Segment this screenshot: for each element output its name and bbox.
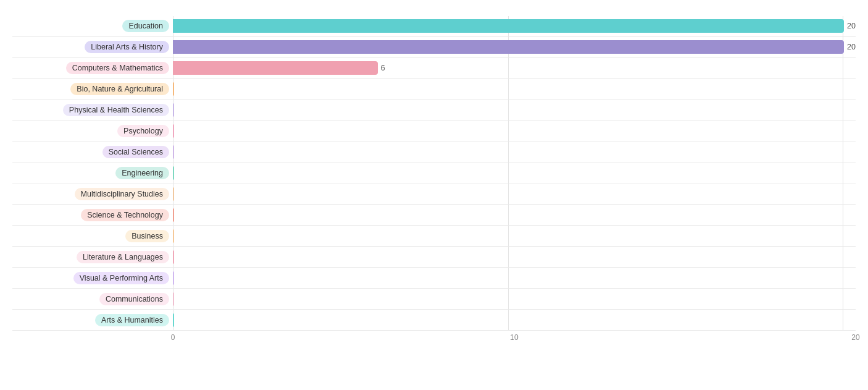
label-pill: Computers & Mathematics [66, 62, 169, 74]
label-pill: Science & Technology [81, 209, 169, 221]
bar-row: Engineering [12, 163, 856, 184]
bar-fill [173, 103, 174, 117]
bar-fill [173, 61, 378, 75]
bar-row: Communications [12, 289, 856, 310]
label-pill: Multidisciplinary Studies [75, 188, 169, 200]
bars-section: Education20Liberal Arts & History20Compu… [12, 16, 856, 331]
bar-row: Computers & Mathematics6 [12, 58, 856, 79]
bar-label: Bio, Nature & Agricultural [12, 83, 173, 95]
bar-label: Engineering [12, 167, 173, 179]
label-pill: Business [125, 230, 169, 242]
bar-label: Communications [12, 293, 173, 305]
bar-label: Education [12, 20, 173, 32]
bar-fill [173, 292, 174, 306]
bar-track [173, 100, 856, 121]
label-pill: Social Sciences [102, 146, 169, 158]
bar-value: 6 [381, 64, 385, 72]
bar-fill [173, 187, 174, 201]
label-pill: Psychology [117, 125, 169, 137]
label-pill: Visual & Performing Arts [73, 272, 169, 284]
label-pill: Physical & Health Sciences [63, 104, 169, 116]
bar-track [173, 205, 856, 225]
bar-row: Psychology [12, 121, 856, 142]
label-pill: Literature & Languages [77, 251, 169, 263]
bar-fill [173, 166, 174, 180]
x-tick: 0 [171, 333, 175, 342]
bar-track [173, 289, 856, 309]
x-axis-ticks: 01020 [173, 333, 856, 345]
bar-fill [173, 313, 174, 327]
bar-row: Visual & Performing Arts [12, 268, 856, 289]
bar-label: Computers & Mathematics [12, 62, 173, 74]
bar-track [173, 142, 856, 163]
bar-fill [173, 229, 174, 243]
bar-label: Literature & Languages [12, 251, 173, 263]
bar-fill [173, 40, 844, 54]
bar-track [173, 79, 856, 100]
label-pill: Communications [99, 293, 169, 305]
bar-label: Multidisciplinary Studies [12, 188, 173, 200]
bar-fill [173, 124, 174, 138]
label-pill: Liberal Arts & History [85, 41, 169, 53]
bar-row: Literature & Languages [12, 247, 856, 268]
label-pill: Engineering [115, 167, 169, 179]
bar-track [173, 247, 856, 267]
bar-value: 20 [847, 22, 856, 30]
bar-track [173, 163, 856, 184]
bar-row: Science & Technology [12, 205, 856, 226]
bar-row: Physical & Health Sciences [12, 100, 856, 121]
bar-row: Bio, Nature & Agricultural [12, 79, 856, 100]
bar-track: 20 [173, 16, 856, 36]
bar-label: Science & Technology [12, 209, 173, 221]
bar-track [173, 226, 856, 246]
bar-value: 20 [847, 43, 856, 51]
bar-track [173, 268, 856, 288]
bar-fill [173, 19, 844, 33]
label-pill: Bio, Nature & Agricultural [70, 83, 169, 95]
bar-fill [173, 250, 174, 264]
label-pill: Education [122, 20, 169, 32]
bar-track: 6 [173, 58, 856, 78]
bar-track [173, 184, 856, 205]
bar-label: Social Sciences [12, 146, 173, 158]
bar-fill [173, 145, 174, 159]
bar-track: 20 [173, 37, 856, 57]
chart-container: Education20Liberal Arts & History20Compu… [0, 0, 868, 390]
x-tick: 10 [510, 333, 518, 342]
bar-row: Social Sciences [12, 142, 856, 163]
x-tick: 20 [851, 333, 859, 342]
bar-row: Arts & Humanities [12, 310, 856, 331]
bar-row: Education20 [12, 16, 856, 37]
bar-label: Liberal Arts & History [12, 41, 173, 53]
bar-fill [173, 271, 174, 285]
bar-row: Liberal Arts & History20 [12, 37, 856, 58]
label-pill: Arts & Humanities [95, 314, 169, 326]
bar-row: Multidisciplinary Studies [12, 184, 856, 205]
bar-label: Arts & Humanities [12, 314, 173, 326]
bar-track [173, 310, 856, 330]
bar-label: Psychology [12, 125, 173, 137]
bar-label: Visual & Performing Arts [12, 272, 173, 284]
x-axis: 01020 [173, 331, 856, 345]
chart-area: Education20Liberal Arts & History20Compu… [12, 16, 856, 345]
bar-fill [173, 208, 174, 222]
bar-row: Business [12, 226, 856, 247]
bar-label: Business [12, 230, 173, 242]
bar-label: Physical & Health Sciences [12, 104, 173, 116]
bar-fill [173, 82, 174, 96]
bar-track [173, 121, 856, 142]
